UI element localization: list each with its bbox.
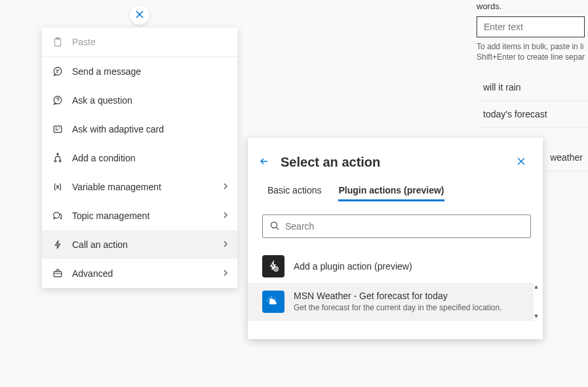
menu-label: Add a condition <box>72 153 136 163</box>
svg-point-6 <box>59 160 61 162</box>
menu-item-adaptive-card[interactable]: Ask with adaptive card <box>42 115 237 144</box>
close-icon <box>134 9 145 22</box>
plugin-results: MSN Weather - Get forecast for today Get… <box>248 283 543 321</box>
svg-point-2 <box>54 68 62 75</box>
menu-item-paste: Paste <box>42 28 237 56</box>
panel-title: Select an action <box>281 155 511 170</box>
chevron-right-icon <box>222 182 229 192</box>
menu-item-topic-management[interactable]: Topic management <box>42 201 237 230</box>
topic-icon <box>51 209 64 222</box>
chat-icon <box>51 65 64 78</box>
scroll-down-icon: ▼ <box>532 314 540 319</box>
briefcase-icon <box>51 267 64 280</box>
arrow-left-icon <box>259 156 269 169</box>
tab-basic-actions[interactable]: Basic actions <box>267 185 321 201</box>
svg-point-10 <box>271 222 277 228</box>
menu-label: Variable management <box>72 182 161 192</box>
tabs: Basic actions Plugin actions (preview) <box>248 185 543 201</box>
bolt-icon <box>51 238 64 251</box>
select-action-panel: Select an action Basic actions Plugin ac… <box>248 138 543 339</box>
paste-icon <box>51 35 64 49</box>
menu-label: Advanced <box>72 268 113 279</box>
card-icon <box>51 123 64 136</box>
chevron-right-icon <box>222 211 229 221</box>
svg-rect-4 <box>54 126 62 132</box>
menu-label: Topic management <box>72 211 149 221</box>
question-icon <box>51 94 64 107</box>
trigger-item[interactable]: today's forecast <box>477 101 588 128</box>
label-fragment: words. <box>477 1 588 11</box>
back-button[interactable] <box>254 152 274 172</box>
menu-item-call-action[interactable]: Call an action <box>42 230 237 259</box>
menu-item-variable-management[interactable]: Variable management <box>42 173 237 201</box>
weather-icon <box>262 291 284 313</box>
menu-item-ask-question[interactable]: Ask a question <box>42 86 237 115</box>
panel-close-button[interactable] <box>511 152 531 172</box>
plugin-result-title: MSN Weather - Get forecast for today <box>294 291 519 301</box>
svg-point-5 <box>54 160 56 162</box>
variable-icon <box>51 180 64 194</box>
svg-point-7 <box>57 153 58 155</box>
menu-label: Paste <box>72 37 96 47</box>
menu-item-advanced[interactable]: Advanced <box>42 259 237 288</box>
svg-rect-9 <box>54 272 62 277</box>
plugin-result-description: Get the forecast for the current day in … <box>294 302 519 313</box>
menu-label: Send a message <box>72 66 141 77</box>
chevron-right-icon <box>222 268 229 279</box>
menu-label: Ask a question <box>72 95 132 106</box>
menu-label: Call an action <box>72 239 128 250</box>
chevron-right-icon <box>222 239 229 250</box>
help-text-line2: Shift+Enter to create line separ <box>477 52 588 62</box>
menu-item-send-message[interactable]: Send a message <box>42 57 237 86</box>
close-icon <box>517 157 526 168</box>
scroll-up-icon: ▲ <box>532 284 540 290</box>
plugin-result-msn-weather[interactable]: MSN Weather - Get forecast for today Get… <box>248 283 534 321</box>
node-close-button[interactable] <box>130 5 149 25</box>
add-node-menu: Paste Send a message Ask a question Ask … <box>42 28 237 288</box>
search-icon <box>269 220 280 233</box>
trigger-phrase-input[interactable] <box>477 16 585 37</box>
add-plugin-action[interactable]: Add a plugin action (preview) <box>248 250 543 283</box>
tab-plugin-actions[interactable]: Plugin actions (preview) <box>338 185 444 201</box>
search-box[interactable] <box>262 214 531 238</box>
trigger-item[interactable]: will it rain <box>477 74 588 101</box>
branch-icon <box>51 152 64 165</box>
search-input[interactable] <box>285 221 524 232</box>
help-text-line1: To add items in bulk, paste in li <box>477 41 588 52</box>
menu-item-add-condition[interactable]: Add a condition <box>42 144 237 173</box>
scrollbar[interactable]: ▲ ▼ <box>532 284 540 319</box>
plugin-add-icon <box>262 255 284 277</box>
add-plugin-label: Add a plugin action (preview) <box>294 261 412 272</box>
menu-label: Ask with adaptive card <box>72 124 164 134</box>
